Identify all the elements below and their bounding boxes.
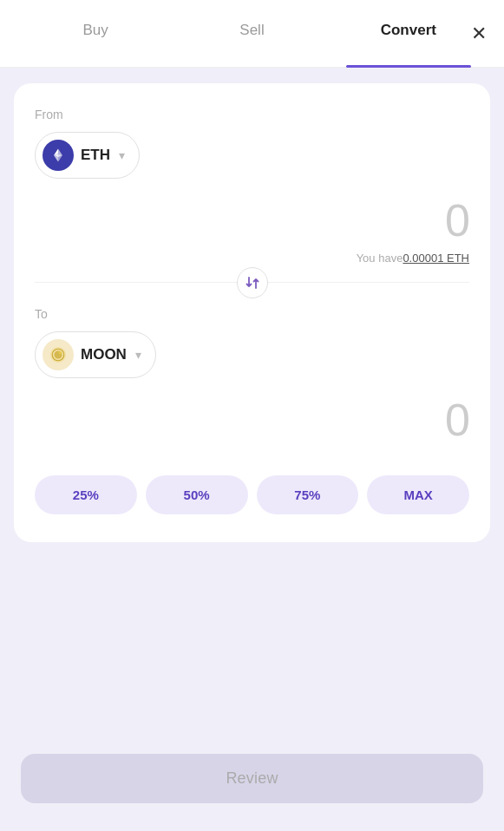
to-amount-row: 0 xyxy=(35,378,469,451)
swap-divider xyxy=(35,282,469,283)
close-button[interactable]: ✕ xyxy=(471,24,487,43)
tab-buy[interactable]: Buy xyxy=(17,0,173,68)
to-token-name: MOON xyxy=(81,346,127,363)
from-token-selector[interactable]: ETH ▾ xyxy=(35,132,140,179)
pct-50-button[interactable]: 50% xyxy=(146,475,248,514)
from-token-name: ETH xyxy=(81,147,110,164)
from-amount: 0 xyxy=(445,194,469,246)
pct-75-button[interactable]: 75% xyxy=(257,475,359,514)
balance-prefix: You have xyxy=(357,252,403,265)
balance-value[interactable]: 0.00001 ETH xyxy=(403,252,469,265)
to-amount: 0 xyxy=(445,394,469,446)
from-section: From ETH ▾ 0 You have 0.00001 ETH xyxy=(35,108,469,282)
to-chevron-icon: ▾ xyxy=(135,348,141,362)
svg-point-9 xyxy=(58,351,62,355)
percentage-buttons-row: 25% 50% 75% MAX xyxy=(35,475,469,514)
bottom-bar: Review xyxy=(0,740,504,831)
to-token-selector[interactable]: MOON ▾ xyxy=(35,331,156,378)
to-label: To xyxy=(35,307,469,321)
from-chevron-icon: ▾ xyxy=(119,148,125,162)
convert-card: From ETH ▾ 0 You have 0.00001 ETH xyxy=(14,83,490,542)
from-amount-row: 0 xyxy=(35,179,469,252)
swap-button[interactable] xyxy=(237,267,268,298)
from-label: From xyxy=(35,108,469,121)
swap-icon xyxy=(245,275,260,291)
to-section: To MOON ▾ 0 xyxy=(35,307,469,451)
tab-sell[interactable]: Sell xyxy=(173,0,330,68)
review-button[interactable]: Review xyxy=(21,754,483,803)
pct-25-button[interactable]: 25% xyxy=(35,475,137,514)
tab-convert[interactable]: Convert xyxy=(331,0,487,68)
tab-bar: Buy Sell Convert ✕ xyxy=(0,0,504,68)
pct-max-button[interactable]: MAX xyxy=(367,475,469,514)
eth-icon xyxy=(43,140,74,171)
moon-icon xyxy=(43,339,74,370)
